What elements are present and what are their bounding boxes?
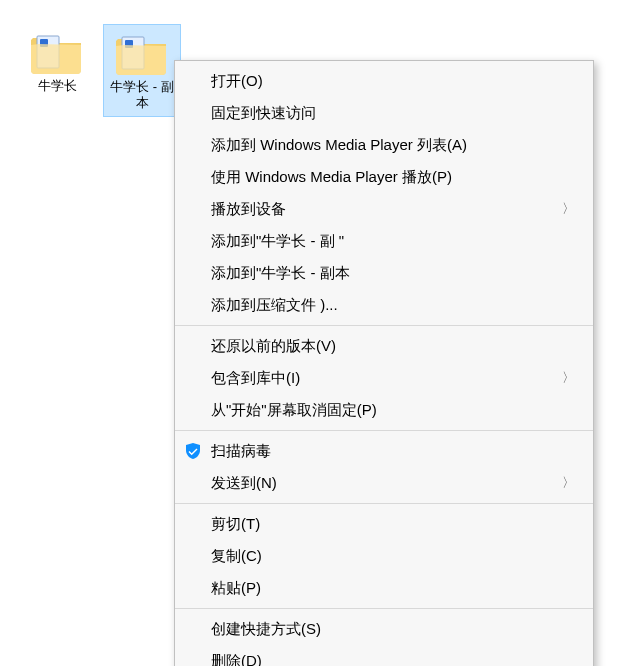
chevron-right-icon: 〉	[562, 474, 575, 492]
menu-separator	[175, 608, 593, 609]
context-menu: 打开(O) 固定到快速访问 添加到 Windows Media Player 列…	[174, 60, 594, 666]
menu-create-shortcut[interactable]: 创建快捷方式(S)	[175, 613, 593, 645]
menu-delete[interactable]: 删除(D)	[175, 645, 593, 666]
menu-add-compressed[interactable]: 添加到压缩文件 )...	[175, 289, 593, 321]
menu-wmp-play[interactable]: 使用 Windows Media Player 播放(P)	[175, 161, 593, 193]
desktop-folder-2[interactable]: 牛学长 - 副本	[103, 24, 181, 117]
shield-icon	[184, 442, 202, 460]
menu-paste[interactable]: 粘贴(P)	[175, 572, 593, 604]
desktop[interactable]: 牛学长 牛学长 - 副本 打开(O) 固定到快速访问 添加到 Windows M…	[0, 0, 640, 666]
menu-add-archive-2[interactable]: 添加到"牛学长 - 副本	[175, 257, 593, 289]
menu-add-archive-1[interactable]: 添加到"牛学长 - 副 "	[175, 225, 593, 257]
menu-include-library[interactable]: 包含到库中(I)〉	[175, 362, 593, 394]
desktop-folder-1[interactable]: 牛学长	[18, 24, 96, 98]
menu-pin-quick-access[interactable]: 固定到快速访问	[175, 97, 593, 129]
menu-separator	[175, 430, 593, 431]
menu-cast-device[interactable]: 播放到设备〉	[175, 193, 593, 225]
folder-icon	[114, 29, 170, 77]
menu-cut[interactable]: 剪切(T)	[175, 508, 593, 540]
menu-scan-virus[interactable]: 扫描病毒	[175, 435, 593, 467]
desktop-folder-2-label: 牛学长 - 副本	[104, 77, 180, 116]
folder-icon	[29, 28, 85, 76]
menu-separator	[175, 503, 593, 504]
chevron-right-icon: 〉	[562, 200, 575, 218]
desktop-folder-1-label: 牛学长	[36, 76, 79, 98]
menu-unpin-start[interactable]: 从"开始"屏幕取消固定(P)	[175, 394, 593, 426]
menu-restore-previous[interactable]: 还原以前的版本(V)	[175, 330, 593, 362]
menu-send-to[interactable]: 发送到(N)〉	[175, 467, 593, 499]
chevron-right-icon: 〉	[562, 369, 575, 387]
menu-open[interactable]: 打开(O)	[175, 65, 593, 97]
menu-separator	[175, 325, 593, 326]
menu-copy[interactable]: 复制(C)	[175, 540, 593, 572]
menu-wmp-add-list[interactable]: 添加到 Windows Media Player 列表(A)	[175, 129, 593, 161]
